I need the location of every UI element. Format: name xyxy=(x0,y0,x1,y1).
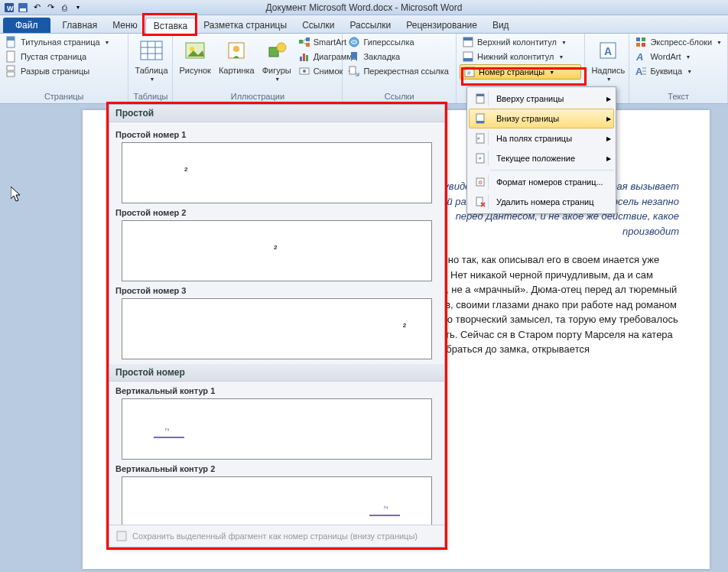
svg-text:#: # xyxy=(467,70,471,76)
wordart-button[interactable]: AWordArt▼ xyxy=(632,50,724,63)
save-icon[interactable] xyxy=(17,2,29,14)
undo-icon[interactable]: ↶ xyxy=(31,2,43,14)
menu-remove-numbers[interactable]: Удалить номера страниц xyxy=(469,192,614,212)
footer-button[interactable]: Нижний колонтитул▼ xyxy=(460,50,581,63)
menu-format-numbers[interactable]: ⚙Формат номеров страниц... xyxy=(469,172,614,192)
vertical-accent xyxy=(369,515,400,516)
wordart-icon: A xyxy=(635,50,647,63)
cover-page-button[interactable]: Титульная страница▼ xyxy=(3,35,125,49)
arrow-right-icon: ▶ xyxy=(606,96,611,102)
svg-rect-22 xyxy=(306,43,310,47)
picture-icon xyxy=(183,37,207,64)
textbox-button[interactable]: A Надпись▼ xyxy=(588,35,628,83)
group-illustrations: Рисунок Картинка Фигуры▼ SmartArt Диагра… xyxy=(173,34,343,103)
tab-file[interactable]: Файл xyxy=(3,18,50,33)
menu-top-of-page[interactable]: Вверху страницы▶ xyxy=(469,89,614,109)
gallery-item-label: Вертикальный контур 2 xyxy=(115,464,438,473)
svg-rect-27 xyxy=(306,55,308,61)
gallery-item-preview[interactable]: 2 xyxy=(122,142,431,203)
hyperlink-icon xyxy=(348,36,360,48)
dropcap-icon: A xyxy=(635,65,647,77)
svg-rect-26 xyxy=(303,54,305,61)
bookmark-button[interactable]: Закладка xyxy=(346,50,453,63)
tab-home[interactable]: Главная xyxy=(55,18,106,33)
arrow-right-icon: ▶ xyxy=(606,135,611,142)
page-break-button[interactable]: Разрыв страницы xyxy=(3,64,125,78)
arrow-right-icon: ▶ xyxy=(606,115,611,122)
margin-page-icon: # xyxy=(474,132,486,145)
tab-view[interactable]: Вид xyxy=(485,18,517,33)
blank-page-button[interactable]: Пустая страница xyxy=(3,50,125,63)
chevron-down-icon: ▼ xyxy=(105,40,110,45)
svg-rect-41 xyxy=(642,37,645,41)
gallery-section-simple: Простой xyxy=(109,105,444,122)
chevron-down-icon: ▼ xyxy=(561,40,567,45)
gallery-body[interactable]: Простой номер 1 2 Простой номер 2 2 Прос… xyxy=(109,122,444,525)
group-tables: Таблица▼ Таблицы xyxy=(128,34,173,103)
cursor-icon xyxy=(11,187,23,203)
gallery-item-preview[interactable]: 2 xyxy=(122,398,431,460)
tab-references[interactable]: Ссылки xyxy=(294,18,342,33)
menu-bottom-of-page[interactable]: Внизу страницы▶ xyxy=(469,109,614,128)
svg-text:A: A xyxy=(635,66,643,77)
svg-rect-60 xyxy=(117,531,126,541)
gallery-item-preview[interactable]: 2 xyxy=(122,298,431,359)
titlebar: W ↶ ↷ ⎙ ▼ Документ Microsoft Word.docx -… xyxy=(0,0,728,15)
gallery-item-label: Вертикальный контур 1 xyxy=(115,386,438,395)
svg-rect-6 xyxy=(7,51,15,62)
tab-mailings[interactable]: Рассылки xyxy=(342,18,398,33)
footer-icon xyxy=(462,50,474,63)
chevron-down-icon: ▼ xyxy=(150,76,155,82)
tab-insert[interactable]: Вставка xyxy=(145,18,197,34)
svg-rect-33 xyxy=(463,37,473,41)
dropcap-button[interactable]: AБуквица▼ xyxy=(632,64,724,78)
remove-icon xyxy=(474,196,486,208)
chevron-down-icon: ▼ xyxy=(686,54,691,60)
chevron-down-icon: ▼ xyxy=(687,69,692,74)
redo-icon[interactable]: ↷ xyxy=(44,2,57,14)
screenshot-icon xyxy=(298,65,310,77)
window-title: Документ Microsoft Word.docx - Microsoft… xyxy=(266,2,463,13)
crossref-button[interactable]: Перекрестная ссылка xyxy=(346,64,453,78)
table-button[interactable]: Таблица▼ xyxy=(132,35,171,83)
gallery-item-preview[interactable]: 2 xyxy=(122,476,431,525)
ribbon-tabs: Файл Главная Меню Вставка Разметка стран… xyxy=(0,15,728,34)
svg-point-19 xyxy=(277,43,286,52)
tab-page-layout[interactable]: Разметка страницы xyxy=(196,18,294,33)
chevron-down-icon: ▼ xyxy=(558,54,564,60)
menu-current-position[interactable]: #Текущее положение▶ xyxy=(469,148,614,168)
menu-page-margins[interactable]: #На полях страницы▶ xyxy=(469,128,614,148)
gallery-item-label: Простой номер 1 xyxy=(115,130,438,139)
page-number-button[interactable]: #Номер страницы▼ xyxy=(460,64,581,80)
page-number-gallery: Простой Простой номер 1 2 Простой номер … xyxy=(109,104,445,548)
svg-point-15 xyxy=(190,47,194,51)
svg-rect-20 xyxy=(299,40,303,44)
save-selection-icon xyxy=(115,530,128,542)
svg-rect-52 xyxy=(476,121,484,123)
svg-rect-25 xyxy=(300,57,302,61)
header-button[interactable]: Верхний колонтитул▼ xyxy=(460,35,581,49)
gallery-item-preview[interactable]: 2 xyxy=(122,220,431,281)
svg-rect-42 xyxy=(636,43,640,47)
chevron-down-icon: ▼ xyxy=(275,76,280,82)
quick-parts-icon xyxy=(635,36,647,48)
shapes-button[interactable]: Фигуры▼ xyxy=(259,35,294,83)
svg-rect-7 xyxy=(7,66,15,70)
arrow-right-icon: ▶ xyxy=(606,155,611,162)
tab-menu[interactable]: Меню xyxy=(105,18,145,33)
hyperlink-button[interactable]: Гиперссылка xyxy=(346,35,453,49)
gallery-footer: Сохранить выделенный фрагмент как номер … xyxy=(109,525,444,547)
tab-review[interactable]: Рецензирование xyxy=(398,18,485,33)
current-pos-icon: # xyxy=(474,152,486,164)
picture-button[interactable]: Рисунок xyxy=(176,35,214,76)
svg-rect-21 xyxy=(306,37,310,41)
page-number-icon: # xyxy=(463,66,476,78)
clipart-button[interactable]: Картинка xyxy=(216,35,258,76)
page-break-icon xyxy=(5,65,18,77)
svg-rect-40 xyxy=(636,37,640,41)
svg-rect-35 xyxy=(463,58,473,61)
quick-parts-button[interactable]: Экспресс-блоки▼ xyxy=(632,35,724,49)
print-icon[interactable]: ⎙ xyxy=(58,2,70,14)
qat-customize-icon[interactable]: ▼ xyxy=(72,2,84,14)
gallery-item-label: Простой номер 3 xyxy=(115,286,438,295)
